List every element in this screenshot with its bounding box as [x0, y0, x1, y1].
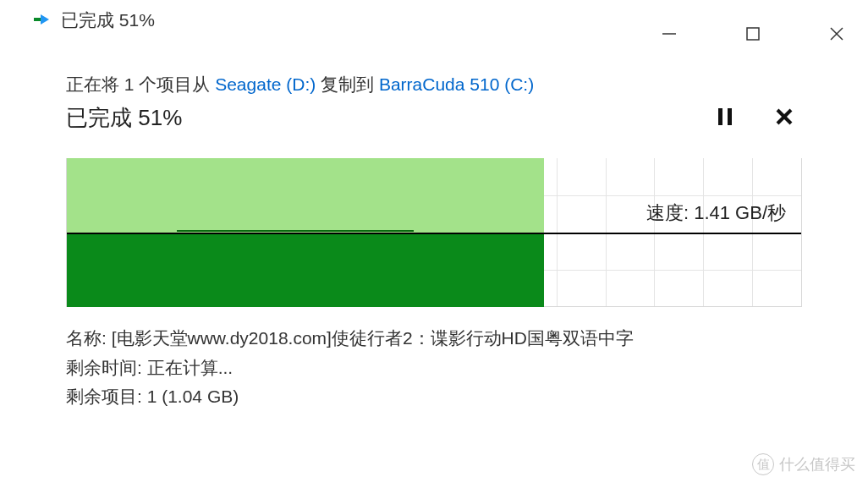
copy-progress-icon [32, 13, 51, 28]
minimize-button[interactable] [659, 24, 679, 44]
watermark: 值 什么值得买 [752, 453, 855, 475]
watermark-icon: 值 [752, 453, 774, 475]
svg-rect-5 [728, 108, 732, 125]
dest-link[interactable]: BarraCuda 510 (C:) [379, 74, 534, 94]
svg-rect-1 [747, 28, 759, 40]
detail-remaining-items: 剩余项目: 1 (1.04 GB) [66, 382, 802, 412]
window-title: 已完成 51% [61, 8, 155, 32]
maximize-button[interactable] [743, 24, 763, 44]
speed-chart: 速度: 1.41 GB/秒 [66, 158, 802, 307]
speed-label: 速度: 1.41 GB/秒 [646, 200, 786, 226]
svg-rect-4 [718, 108, 722, 125]
copy-description: 正在将 1 个项目从 Seagate (D:) 复制到 BarraCuda 51… [66, 73, 802, 96]
chart-fill-lower [67, 234, 544, 307]
detail-remaining-time: 剩余时间: 正在计算... [66, 354, 802, 383]
progress-title: 已完成 51% [66, 103, 717, 133]
close-button[interactable] [827, 24, 847, 44]
pause-button[interactable] [717, 107, 733, 129]
detail-name: 名称: [电影天堂www.dy2018.com]使徒行者2：谍影行动HD国粤双语… [66, 324, 802, 354]
chart-midline [67, 233, 801, 234]
cancel-button[interactable] [775, 107, 794, 129]
source-link[interactable]: Seagate (D:) [215, 74, 316, 94]
chart-fill-upper [67, 158, 544, 233]
